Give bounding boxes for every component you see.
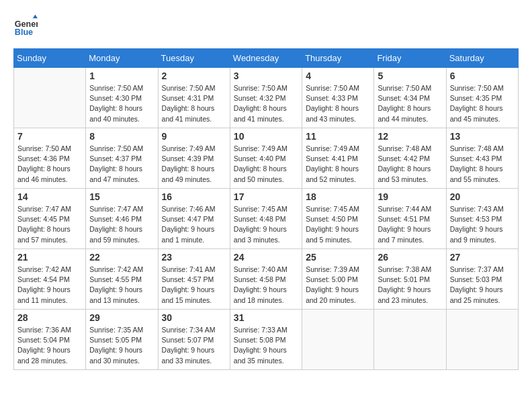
day-info: Sunrise: 7:43 AMSunset: 4:53 PMDaylight:…: [450, 204, 515, 245]
calendar-cell: 31Sunrise: 7:33 AMSunset: 5:08 PMDayligh…: [230, 310, 302, 370]
day-number: 26: [378, 252, 442, 263]
calendar-cell: 8Sunrise: 7:50 AMSunset: 4:37 PMDaylight…: [86, 128, 158, 189]
day-number: 3: [234, 71, 298, 81]
calendar-cell: 5Sunrise: 7:50 AMSunset: 4:34 PMDaylight…: [374, 68, 446, 128]
calendar-cell: [302, 310, 374, 370]
calendar-cell: 1Sunrise: 7:50 AMSunset: 4:30 PMDaylight…: [86, 68, 158, 128]
day-info: Sunrise: 7:48 AMSunset: 4:42 PMDaylight:…: [378, 144, 442, 185]
calendar-cell: 23Sunrise: 7:41 AMSunset: 4:57 PMDayligh…: [158, 249, 230, 310]
day-info: Sunrise: 7:45 AMSunset: 4:50 PMDaylight:…: [306, 204, 370, 245]
calendar-cell: 18Sunrise: 7:45 AMSunset: 4:50 PMDayligh…: [302, 189, 374, 249]
day-number: 4: [306, 71, 370, 81]
day-number: 23: [162, 252, 226, 263]
day-number: 11: [306, 131, 370, 142]
calendar-cell: [446, 310, 518, 370]
logo-icon: General Blue: [13, 13, 38, 38]
day-number: 7: [17, 131, 82, 142]
day-info: Sunrise: 7:35 AMSunset: 5:05 PMDaylight:…: [89, 325, 154, 366]
calendar-cell: 17Sunrise: 7:45 AMSunset: 4:48 PMDayligh…: [230, 189, 302, 249]
svg-text:Blue: Blue: [15, 28, 33, 37]
calendar-cell: 4Sunrise: 7:50 AMSunset: 4:33 PMDaylight…: [302, 68, 374, 128]
day-info: Sunrise: 7:41 AMSunset: 4:57 PMDaylight:…: [162, 265, 226, 306]
calendar-cell: 24Sunrise: 7:40 AMSunset: 4:58 PMDayligh…: [230, 249, 302, 310]
day-header-tuesday: Tuesday: [158, 49, 230, 68]
day-number: 17: [234, 191, 298, 202]
calendar-cell: 29Sunrise: 7:35 AMSunset: 5:05 PMDayligh…: [86, 310, 158, 370]
days-header-row: SundayMondayTuesdayWednesdayThursdayFrid…: [14, 49, 519, 68]
calendar-cell: [14, 68, 86, 128]
day-number: 19: [378, 191, 442, 202]
calendar-body: 1Sunrise: 7:50 AMSunset: 4:30 PMDaylight…: [14, 68, 519, 370]
day-info: Sunrise: 7:48 AMSunset: 4:43 PMDaylight:…: [450, 144, 515, 185]
day-number: 1: [89, 71, 154, 81]
day-info: Sunrise: 7:50 AMSunset: 4:31 PMDaylight:…: [162, 83, 226, 124]
calendar-cell: 26Sunrise: 7:38 AMSunset: 5:01 PMDayligh…: [374, 249, 446, 310]
day-number: 6: [450, 71, 515, 81]
day-info: Sunrise: 7:39 AMSunset: 5:00 PMDaylight:…: [306, 265, 370, 306]
week-row-1: 1Sunrise: 7:50 AMSunset: 4:30 PMDaylight…: [14, 68, 519, 128]
day-info: Sunrise: 7:45 AMSunset: 4:48 PMDaylight:…: [234, 204, 298, 245]
day-info: Sunrise: 7:47 AMSunset: 4:45 PMDaylight:…: [17, 204, 82, 245]
day-header-thursday: Thursday: [302, 49, 374, 68]
day-info: Sunrise: 7:50 AMSunset: 4:34 PMDaylight:…: [378, 83, 442, 124]
calendar-cell: 7Sunrise: 7:50 AMSunset: 4:36 PMDaylight…: [14, 128, 86, 189]
calendar-cell: 2Sunrise: 7:50 AMSunset: 4:31 PMDaylight…: [158, 68, 230, 128]
day-info: Sunrise: 7:33 AMSunset: 5:08 PMDaylight:…: [234, 325, 298, 366]
day-number: 30: [162, 312, 226, 323]
calendar-cell: 12Sunrise: 7:48 AMSunset: 4:42 PMDayligh…: [374, 128, 446, 189]
calendar-cell: 9Sunrise: 7:49 AMSunset: 4:39 PMDaylight…: [158, 128, 230, 189]
day-number: 8: [89, 131, 154, 142]
day-number: 14: [17, 191, 82, 202]
week-row-3: 14Sunrise: 7:47 AMSunset: 4:45 PMDayligh…: [14, 189, 519, 249]
logo: General Blue: [13, 13, 38, 38]
day-info: Sunrise: 7:50 AMSunset: 4:35 PMDaylight:…: [450, 83, 515, 124]
day-number: 18: [306, 191, 370, 202]
day-number: 9: [162, 131, 226, 142]
day-header-monday: Monday: [86, 49, 158, 68]
calendar-cell: 27Sunrise: 7:37 AMSunset: 5:03 PMDayligh…: [446, 249, 518, 310]
day-info: Sunrise: 7:49 AMSunset: 4:39 PMDaylight:…: [162, 144, 226, 185]
day-info: Sunrise: 7:46 AMSunset: 4:47 PMDaylight:…: [162, 204, 226, 245]
calendar-cell: 11Sunrise: 7:49 AMSunset: 4:41 PMDayligh…: [302, 128, 374, 189]
day-number: 28: [17, 312, 82, 323]
day-number: 27: [450, 252, 515, 263]
day-info: Sunrise: 7:44 AMSunset: 4:51 PMDaylight:…: [378, 204, 442, 245]
day-number: 15: [89, 191, 154, 202]
calendar-cell: 13Sunrise: 7:48 AMSunset: 4:43 PMDayligh…: [446, 128, 518, 189]
page-header: General Blue: [13, 13, 519, 38]
day-number: 22: [89, 252, 154, 263]
calendar-cell: 19Sunrise: 7:44 AMSunset: 4:51 PMDayligh…: [374, 189, 446, 249]
day-number: 20: [450, 191, 515, 202]
calendar-cell: 15Sunrise: 7:47 AMSunset: 4:46 PMDayligh…: [86, 189, 158, 249]
day-info: Sunrise: 7:47 AMSunset: 4:46 PMDaylight:…: [89, 204, 154, 245]
calendar-table: SundayMondayTuesdayWednesdayThursdayFrid…: [13, 48, 519, 370]
calendar-cell: 16Sunrise: 7:46 AMSunset: 4:47 PMDayligh…: [158, 189, 230, 249]
day-number: 10: [234, 131, 298, 142]
calendar-cell: 3Sunrise: 7:50 AMSunset: 4:32 PMDaylight…: [230, 68, 302, 128]
calendar-cell: 20Sunrise: 7:43 AMSunset: 4:53 PMDayligh…: [446, 189, 518, 249]
svg-marker-2: [33, 15, 38, 18]
day-info: Sunrise: 7:49 AMSunset: 4:40 PMDaylight:…: [234, 144, 298, 185]
day-number: 24: [234, 252, 298, 263]
calendar-cell: 28Sunrise: 7:36 AMSunset: 5:04 PMDayligh…: [14, 310, 86, 370]
day-header-sunday: Sunday: [14, 49, 86, 68]
calendar-cell: [374, 310, 446, 370]
day-number: 21: [17, 252, 82, 263]
day-info: Sunrise: 7:50 AMSunset: 4:30 PMDaylight:…: [89, 83, 154, 124]
calendar-cell: 30Sunrise: 7:34 AMSunset: 5:07 PMDayligh…: [158, 310, 230, 370]
day-number: 16: [162, 191, 226, 202]
day-info: Sunrise: 7:42 AMSunset: 4:54 PMDaylight:…: [17, 265, 82, 306]
calendar-cell: 6Sunrise: 7:50 AMSunset: 4:35 PMDaylight…: [446, 68, 518, 128]
day-info: Sunrise: 7:50 AMSunset: 4:32 PMDaylight:…: [234, 83, 298, 124]
week-row-4: 21Sunrise: 7:42 AMSunset: 4:54 PMDayligh…: [14, 249, 519, 310]
calendar-cell: 25Sunrise: 7:39 AMSunset: 5:00 PMDayligh…: [302, 249, 374, 310]
day-info: Sunrise: 7:49 AMSunset: 4:41 PMDaylight:…: [306, 144, 370, 185]
day-number: 29: [89, 312, 154, 323]
calendar-cell: 22Sunrise: 7:42 AMSunset: 4:55 PMDayligh…: [86, 249, 158, 310]
week-row-2: 7Sunrise: 7:50 AMSunset: 4:36 PMDaylight…: [14, 128, 519, 189]
day-number: 13: [450, 131, 515, 142]
day-number: 2: [162, 71, 226, 81]
day-info: Sunrise: 7:40 AMSunset: 4:58 PMDaylight:…: [234, 265, 298, 306]
day-header-friday: Friday: [374, 49, 446, 68]
day-info: Sunrise: 7:37 AMSunset: 5:03 PMDaylight:…: [450, 265, 515, 306]
